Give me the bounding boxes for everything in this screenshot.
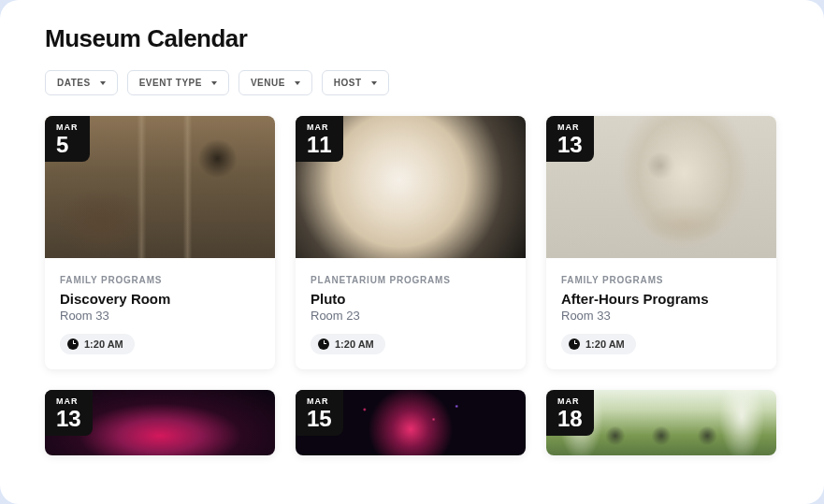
event-card[interactable]: MAR 13 — [45, 390, 275, 455]
clock-icon — [318, 338, 329, 350]
event-month: MAR — [557, 397, 583, 406]
event-image: MAR 15 — [296, 390, 526, 455]
filter-event-type[interactable]: EVENT TYPE — [127, 70, 229, 95]
event-room: Room 33 — [561, 309, 761, 323]
date-badge: MAR 5 — [45, 116, 90, 162]
event-image: MAR 13 — [546, 116, 776, 258]
caret-down-icon — [100, 81, 106, 85]
events-grid: MAR 5 FAMILY PROGRAMS Discovery Room Roo… — [0, 95, 824, 455]
event-card[interactable]: MAR 11 PLANETARIUM PROGRAMS Pluto Room 2… — [296, 116, 526, 369]
event-month: MAR — [307, 397, 332, 406]
clock-icon — [569, 338, 580, 350]
filter-label: DATES — [57, 78, 91, 88]
caret-down-icon — [371, 81, 377, 85]
event-image: MAR 11 — [296, 116, 526, 258]
date-badge: MAR 13 — [546, 116, 594, 162]
event-day: 13 — [557, 134, 583, 156]
event-day: 5 — [56, 134, 79, 156]
event-day: 18 — [557, 408, 583, 430]
filter-dates[interactable]: DATES — [45, 70, 118, 95]
event-time-pill: 1:20 AM — [60, 334, 135, 354]
filter-label: VENUE — [251, 78, 285, 88]
event-body: FAMILY PROGRAMS Discovery Room Room 33 1… — [45, 258, 275, 369]
filters-bar: DATES EVENT TYPE VENUE HOST — [0, 53, 824, 95]
event-category: FAMILY PROGRAMS — [60, 275, 260, 285]
event-month: MAR — [557, 123, 583, 132]
event-room: Room 33 — [60, 309, 260, 323]
event-title: Pluto — [311, 291, 511, 307]
event-day: 15 — [307, 408, 332, 430]
event-title: Discovery Room — [60, 291, 260, 307]
event-image: MAR 5 — [45, 116, 275, 258]
page-title: Museum Calendar — [0, 0, 824, 53]
event-time: 1:20 AM — [585, 338, 625, 350]
event-month: MAR — [307, 123, 332, 132]
event-image: MAR 18 — [546, 390, 776, 455]
date-badge: MAR 18 — [546, 390, 594, 436]
event-image: MAR 13 — [45, 390, 275, 455]
filter-host[interactable]: HOST — [322, 70, 389, 95]
date-badge: MAR 15 — [296, 390, 343, 436]
event-day: 11 — [307, 134, 332, 156]
event-category: FAMILY PROGRAMS — [561, 275, 761, 285]
event-card[interactable]: MAR 15 — [296, 390, 526, 455]
filter-venue[interactable]: VENUE — [239, 70, 312, 95]
event-card[interactable]: MAR 18 — [546, 390, 776, 455]
event-month: MAR — [56, 397, 81, 406]
event-body: PLANETARIUM PROGRAMS Pluto Room 23 1:20 … — [296, 258, 526, 369]
event-card[interactable]: MAR 13 FAMILY PROGRAMS After-Hours Progr… — [546, 116, 776, 369]
filter-label: EVENT TYPE — [139, 78, 202, 88]
caret-down-icon — [211, 81, 217, 85]
caret-down-icon — [295, 81, 300, 85]
event-body: FAMILY PROGRAMS After-Hours Programs Roo… — [546, 258, 776, 369]
clock-icon — [67, 338, 79, 350]
event-time-pill: 1:20 AM — [311, 334, 385, 354]
event-title: After-Hours Programs — [561, 291, 761, 307]
filter-label: HOST — [334, 78, 362, 88]
event-room: Room 23 — [311, 309, 511, 323]
date-badge: MAR 11 — [296, 116, 343, 162]
event-day: 13 — [56, 408, 81, 430]
date-badge: MAR 13 — [45, 390, 93, 436]
event-time: 1:20 AM — [335, 338, 374, 350]
event-card[interactable]: MAR 5 FAMILY PROGRAMS Discovery Room Roo… — [45, 116, 275, 369]
event-category: PLANETARIUM PROGRAMS — [311, 275, 511, 285]
event-month: MAR — [56, 123, 79, 132]
event-time-pill: 1:20 AM — [561, 334, 636, 354]
event-time: 1:20 AM — [84, 338, 123, 350]
page-container: Museum Calendar DATES EVENT TYPE VENUE H… — [0, 0, 824, 504]
